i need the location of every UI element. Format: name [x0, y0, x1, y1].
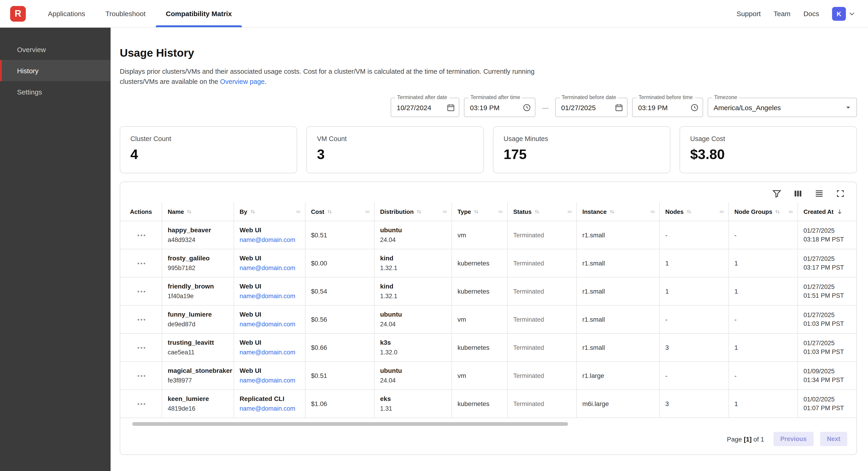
fullscreen-icon[interactable]	[835, 188, 845, 199]
sort-desc-icon[interactable]	[836, 208, 843, 215]
overview-page-link[interactable]: Overview page	[220, 78, 265, 85]
type-cell: kubernetes	[452, 249, 508, 277]
description-text: Displays prior clusters/VMs and their as…	[120, 68, 534, 85]
column-menu-icon[interactable]	[295, 209, 301, 214]
clock-icon[interactable]	[690, 103, 699, 112]
more-horizontal-icon[interactable]: •••	[137, 288, 146, 295]
more-horizontal-icon[interactable]: •••	[137, 260, 146, 267]
sort-icon[interactable]	[186, 209, 192, 214]
column-header-node-groups[interactable]: Node Groups	[729, 202, 798, 221]
row-actions-button[interactable]: •••	[120, 390, 162, 417]
column-header-distribution[interactable]: Distribution	[375, 202, 452, 221]
timezone-value[interactable]: America/Los_Angeles	[714, 104, 844, 111]
column-header-nodes[interactable]: Nodes	[660, 202, 729, 221]
density-icon[interactable]	[814, 188, 824, 199]
sidebar: Overview History Settings	[0, 28, 111, 471]
row-actions-button[interactable]: •••	[120, 362, 162, 389]
sort-icon[interactable]	[249, 209, 255, 214]
email-link[interactable]: name@domain.com	[240, 292, 301, 300]
column-header-created-at[interactable]: Created At	[798, 202, 857, 221]
terminated-before-date-value[interactable]: 01/27/2025	[561, 104, 615, 111]
horizontal-scrollbar[interactable]	[121, 422, 856, 426]
dropdown-arrow-icon[interactable]	[844, 103, 853, 112]
column-header-by[interactable]: By	[234, 202, 306, 221]
column-menu-icon[interactable]	[442, 209, 448, 214]
column-menu-icon[interactable]	[719, 209, 725, 214]
nav-compatibility-matrix[interactable]: Compatibility Matrix	[156, 0, 242, 27]
next-page-button[interactable]: Next	[820, 432, 847, 446]
columns-icon[interactable]	[793, 188, 803, 199]
timezone-select[interactable]: Timezone America/Los_Angeles	[708, 98, 857, 117]
calendar-icon[interactable]	[446, 103, 455, 112]
email-link[interactable]: name@domain.com	[240, 348, 301, 356]
terminated-after-date-field[interactable]: Terminated after date 10/27/2024	[391, 98, 459, 117]
cost-cell: $0.66	[306, 334, 375, 361]
page-description: Displays prior clusters/VMs and their as…	[120, 66, 562, 87]
nav-docs[interactable]: Docs	[804, 10, 819, 18]
sidebar-item-settings[interactable]: Settings	[0, 81, 111, 102]
more-horizontal-icon[interactable]: •••	[137, 316, 146, 323]
more-horizontal-icon[interactable]: •••	[137, 400, 146, 407]
app-logo[interactable]: R	[10, 6, 26, 22]
row-actions-button[interactable]: •••	[120, 277, 162, 305]
terminated-after-time-field[interactable]: Terminated after time 03:19 PM	[464, 98, 535, 117]
column-menu-icon[interactable]	[650, 209, 656, 214]
filter-icon[interactable]	[772, 188, 782, 199]
email-link[interactable]: name@domain.com	[240, 405, 301, 412]
sort-icon[interactable]	[775, 209, 781, 214]
email-link[interactable]: name@domain.com	[240, 236, 301, 244]
nav-team[interactable]: Team	[774, 10, 790, 18]
row-actions-button[interactable]: •••	[120, 334, 162, 361]
cost-cell: $0.56	[306, 305, 375, 333]
column-menu-icon[interactable]	[567, 209, 573, 214]
clock-icon[interactable]	[523, 103, 531, 112]
column-header-name[interactable]: Name	[162, 202, 234, 221]
sidebar-item-history[interactable]: History	[0, 60, 111, 81]
terminated-after-time-value[interactable]: 03:19 PM	[470, 104, 523, 111]
more-horizontal-icon[interactable]: •••	[137, 344, 146, 351]
terminated-before-time-value[interactable]: 03:19 PM	[638, 104, 690, 111]
instance-cell: r1.small	[577, 221, 660, 249]
column-menu-icon[interactable]	[498, 209, 503, 214]
status-cell: Terminated	[508, 362, 577, 389]
sort-icon[interactable]	[686, 209, 692, 214]
email-link[interactable]: name@domain.com	[240, 377, 301, 384]
row-actions-button[interactable]: •••	[120, 221, 162, 249]
row-actions-button[interactable]: •••	[120, 305, 162, 333]
nav-applications[interactable]: Applications	[38, 0, 95, 27]
node-groups-cell: 1	[729, 334, 798, 361]
column-header-instance[interactable]: Instance	[577, 202, 660, 221]
email-link[interactable]: name@domain.com	[240, 264, 301, 272]
sidebar-item-overview[interactable]: Overview	[0, 39, 111, 60]
chevron-down-icon[interactable]	[848, 9, 856, 18]
column-header-cost[interactable]: Cost	[306, 202, 375, 221]
sort-icon[interactable]	[416, 209, 422, 214]
top-nav: R Applications Troubleshoot Compatibilit…	[0, 0, 868, 28]
calendar-icon[interactable]	[615, 103, 623, 112]
sort-icon[interactable]	[473, 209, 479, 214]
more-horizontal-icon[interactable]: •••	[137, 232, 146, 238]
user-menu[interactable]: K	[832, 7, 856, 21]
instance-cell: r1.small	[577, 249, 660, 277]
cost-cell: $0.54	[306, 277, 375, 305]
sort-icon[interactable]	[534, 209, 540, 214]
row-actions-button[interactable]: •••	[120, 249, 162, 277]
node-groups-cell: -	[729, 362, 798, 389]
nav-troubleshoot[interactable]: Troubleshoot	[95, 0, 156, 27]
filters-row: Terminated after date 10/27/2024 Termina…	[120, 98, 857, 117]
terminated-before-time-field[interactable]: Terminated before time 03:19 PM	[632, 98, 703, 117]
sort-icon[interactable]	[609, 209, 615, 214]
terminated-before-date-field[interactable]: Terminated before date 01/27/2025	[555, 98, 627, 117]
nav-support[interactable]: Support	[737, 10, 761, 18]
column-menu-icon[interactable]	[365, 209, 370, 214]
previous-page-button[interactable]: Previous	[773, 432, 813, 446]
column-header-type[interactable]: Type	[452, 202, 508, 221]
terminated-after-date-value[interactable]: 10/27/2024	[397, 104, 446, 111]
more-horizontal-icon[interactable]: •••	[137, 372, 146, 379]
column-menu-icon[interactable]	[788, 209, 794, 214]
sort-icon[interactable]	[327, 209, 333, 214]
email-link[interactable]: name@domain.com	[240, 320, 301, 328]
column-header-status[interactable]: Status	[508, 202, 577, 221]
avatar[interactable]: K	[832, 7, 846, 21]
scrollbar-thumb[interactable]	[132, 422, 568, 426]
